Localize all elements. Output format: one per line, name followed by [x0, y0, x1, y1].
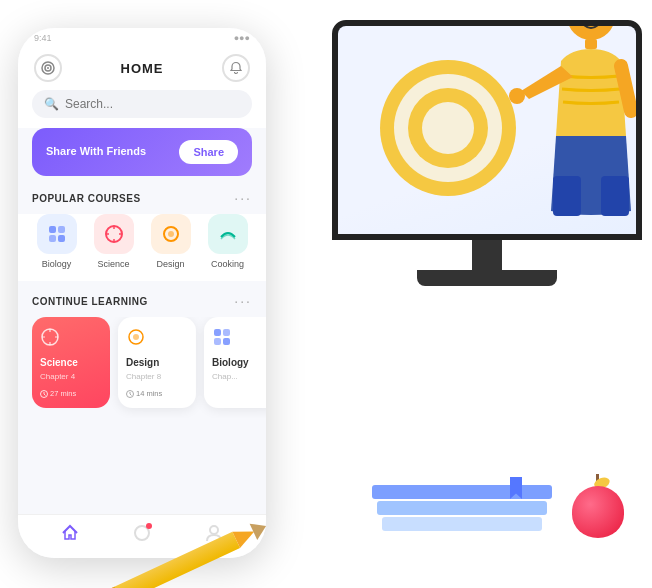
status-bar: 9:41 ●●● [18, 28, 266, 48]
phone-header: HOME [18, 48, 266, 90]
design-label: Design [156, 259, 184, 269]
search-container: 🔍 [18, 90, 266, 128]
popular-courses-more[interactable]: ··· [234, 190, 252, 206]
continue-learning-section: CONTINUE LEARNING ··· Science Chapter 4 … [18, 289, 266, 514]
books-stack [372, 485, 552, 533]
page-title: HOME [121, 61, 164, 76]
continue-cards: Science Chapter 4 27 mins Design Ch [18, 317, 266, 418]
svg-point-13 [133, 334, 139, 340]
continue-learning-title: CONTINUE LEARNING [32, 296, 148, 307]
card-science[interactable]: Science Chapter 4 27 mins [32, 317, 110, 408]
svg-rect-4 [58, 226, 65, 233]
svg-rect-17 [214, 338, 221, 345]
science-card-icon [40, 327, 102, 351]
science-label: Science [97, 259, 129, 269]
monitor [332, 20, 642, 286]
nav-dot [146, 523, 152, 529]
svg-rect-28 [585, 39, 597, 49]
svg-rect-30 [601, 176, 629, 216]
design-card-title: Design [126, 357, 188, 368]
monitor-stand-base [417, 270, 557, 286]
popular-courses-header: POPULAR COURSES ··· [18, 186, 266, 214]
courses-grid: Biology Science Design [18, 214, 266, 281]
course-science[interactable]: Science [94, 214, 134, 269]
svg-rect-29 [553, 176, 581, 216]
design-card-icon [126, 327, 188, 351]
home-target-icon[interactable] [34, 54, 62, 82]
design-icon [151, 214, 191, 254]
apple-decoration [572, 486, 624, 538]
svg-rect-3 [49, 226, 56, 233]
science-card-time: 27 mins [40, 389, 102, 398]
svg-rect-5 [49, 235, 56, 242]
search-input[interactable] [65, 97, 240, 111]
biology-card-title: Biology [212, 357, 266, 368]
biology-card-sub: Chap... [212, 372, 266, 381]
svg-point-20 [210, 526, 218, 534]
book-2 [377, 501, 547, 515]
course-design[interactable]: Design [151, 214, 191, 269]
monitor-stand-neck [472, 240, 502, 270]
share-button[interactable]: Share [179, 140, 238, 164]
nav-home[interactable] [60, 523, 80, 548]
popular-courses-title: POPULAR COURSES [32, 193, 141, 204]
bell-icon[interactable] [222, 54, 250, 82]
phone-mockup: 9:41 ●●● HOME 🔍 [18, 28, 266, 558]
card-design[interactable]: Design Chapter 8 14 mins [118, 317, 196, 408]
science-card-sub: Chapter 4 [40, 372, 102, 381]
cooking-label: Cooking [211, 259, 244, 269]
search-icon: 🔍 [44, 97, 59, 111]
course-biology[interactable]: Biology [37, 214, 77, 269]
svg-point-9 [168, 231, 174, 237]
svg-point-24 [422, 102, 474, 154]
screen-content [338, 26, 636, 234]
card-biology[interactable]: Biology Chap... [204, 317, 266, 408]
science-card-title: Science [40, 357, 102, 368]
book-3 [382, 517, 542, 531]
cooking-icon [208, 214, 248, 254]
biology-icon [37, 214, 77, 254]
teacher-figure [501, 26, 636, 234]
biology-label: Biology [42, 259, 72, 269]
book-1 [372, 485, 552, 499]
science-icon [94, 214, 134, 254]
design-card-sub: Chapter 8 [126, 372, 188, 381]
design-card-time: 14 mins [126, 389, 188, 398]
svg-point-2 [47, 67, 49, 69]
svg-rect-16 [223, 329, 230, 336]
share-banner-text: Share With Friends [46, 144, 146, 159]
svg-rect-15 [214, 329, 221, 336]
biology-card-icon [212, 327, 266, 351]
apple-body [572, 486, 624, 538]
svg-point-31 [509, 88, 525, 104]
svg-rect-18 [223, 338, 230, 345]
share-banner: Share With Friends Share [32, 128, 252, 176]
svg-rect-6 [58, 235, 65, 242]
monitor-screen [332, 20, 642, 240]
nav-bookmark[interactable] [132, 523, 152, 548]
scene: 9:41 ●●● HOME 🔍 [0, 0, 652, 588]
continue-learning-header: CONTINUE LEARNING ··· [18, 289, 266, 317]
course-cooking[interactable]: Cooking [208, 214, 248, 269]
continue-more[interactable]: ··· [234, 293, 252, 309]
